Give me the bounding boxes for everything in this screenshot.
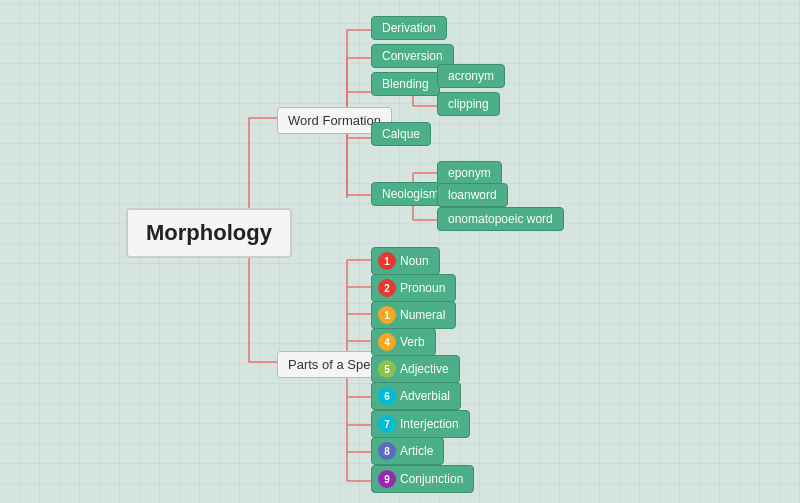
conjunction-node[interactable]: 9 Conjunction (371, 465, 474, 493)
adverbial-label: Adverbial (400, 389, 450, 403)
blending-node[interactable]: Blending (371, 72, 440, 96)
root-node: Morphology (126, 208, 292, 258)
noun-badge: 1 (378, 252, 396, 270)
article-node[interactable]: 8 Article (371, 437, 444, 465)
verb-badge: 4 (378, 333, 396, 351)
noun-node[interactable]: 1 Noun (371, 247, 440, 275)
numeral-node[interactable]: 1 Numeral (371, 301, 456, 329)
pronoun-node[interactable]: 2 Pronoun (371, 274, 456, 302)
interjection-node[interactable]: 7 Interjection (371, 410, 470, 438)
noun-label: Noun (400, 254, 429, 268)
interjection-badge: 7 (378, 415, 396, 433)
conjunction-badge: 9 (378, 470, 396, 488)
calque-node[interactable]: Calque (371, 122, 431, 146)
onomatopoeia-node[interactable]: onomatopoeic word (437, 207, 564, 231)
clipping-node[interactable]: clipping (437, 92, 500, 116)
numeral-label: Numeral (400, 308, 445, 322)
verb-node[interactable]: 4 Verb (371, 328, 436, 356)
pronoun-badge: 2 (378, 279, 396, 297)
adjective-node[interactable]: 5 Adjective (371, 355, 460, 383)
article-badge: 8 (378, 442, 396, 460)
adjective-label: Adjective (400, 362, 449, 376)
pronoun-label: Pronoun (400, 281, 445, 295)
loanword-node[interactable]: loanword (437, 183, 508, 207)
verb-label: Verb (400, 335, 425, 349)
derivation-node[interactable]: Derivation (371, 16, 447, 40)
adverbial-badge: 6 (378, 387, 396, 405)
acronym-node[interactable]: acronym (437, 64, 505, 88)
numeral-badge: 1 (378, 306, 396, 324)
article-label: Article (400, 444, 433, 458)
adverbial-node[interactable]: 6 Adverbial (371, 382, 461, 410)
interjection-label: Interjection (400, 417, 459, 431)
eponym-node[interactable]: eponym (437, 161, 502, 185)
conjunction-label: Conjunction (400, 472, 463, 486)
adjective-badge: 5 (378, 360, 396, 378)
